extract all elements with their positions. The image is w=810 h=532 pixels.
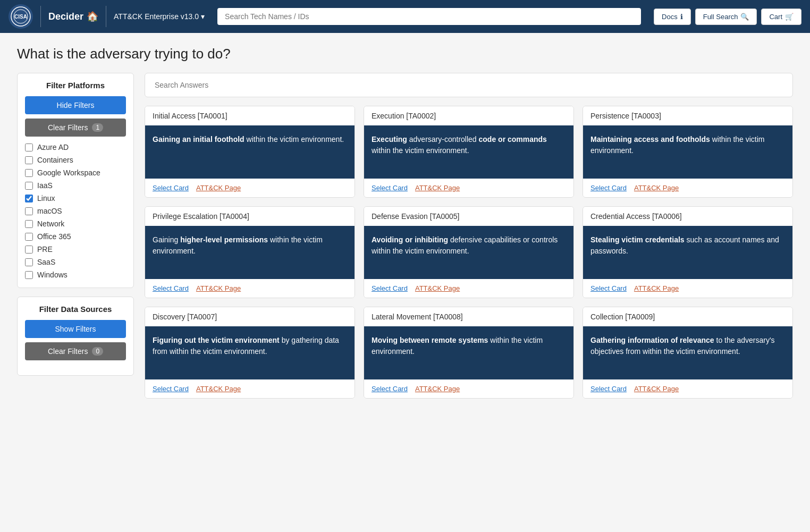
platform-checkbox-google-workspace[interactable]	[25, 169, 33, 177]
docs-button[interactable]: Docs ℹ	[654, 9, 691, 25]
tactic-card-ta0001: Initial Access [TA0001] Gaining an initi…	[145, 106, 355, 198]
page-title: What is the adversary trying to do?	[17, 46, 793, 62]
card-header-ta0004: Privilege Escalation [TA0004]	[145, 207, 355, 226]
platform-checkbox-item-containers[interactable]: Containers	[25, 156, 126, 164]
platform-checkbox-item-windows[interactable]: Windows	[25, 271, 126, 279]
select-card-button-ta0001[interactable]: Select Card	[153, 184, 189, 192]
search-answers-container	[145, 73, 793, 97]
card-header-ta0009: Collection [TA0009]	[583, 307, 792, 326]
svg-text:CISA: CISA	[14, 14, 27, 20]
card-header-ta0001: Initial Access [TA0001]	[145, 106, 355, 125]
platform-checkbox-iaas[interactable]	[25, 182, 33, 190]
hide-filters-button[interactable]: Hide Filters	[25, 96, 126, 114]
search-input[interactable]	[217, 8, 641, 25]
attck-page-link-ta0007[interactable]: ATT&CK Page	[196, 385, 241, 393]
platform-checkbox-linux[interactable]	[25, 195, 33, 202]
info-icon: ℹ	[680, 13, 683, 21]
home-icon[interactable]: 🏠	[87, 11, 98, 22]
platform-label-containers: Containers	[37, 156, 73, 164]
select-card-button-ta0004[interactable]: Select Card	[153, 284, 189, 292]
platform-checkbox-azure-ad[interactable]	[25, 143, 33, 151]
platform-label-google-workspace: Google Workspace	[37, 168, 100, 177]
card-footer-ta0006: Select Card ATT&CK Page	[583, 279, 792, 298]
platform-checkbox-network[interactable]	[25, 220, 33, 228]
search-answers-input[interactable]	[155, 81, 783, 89]
clear-filters-badge: 1	[92, 123, 103, 132]
attck-page-link-ta0002[interactable]: ATT&CK Page	[415, 184, 460, 192]
platform-checkbox-containers[interactable]	[25, 156, 33, 164]
platform-checkbox-item-network[interactable]: Network	[25, 219, 126, 228]
attck-page-link-ta0008[interactable]: ATT&CK Page	[415, 385, 460, 393]
platform-checkbox-item-linux[interactable]: Linux	[25, 194, 126, 202]
clear-datasources-badge: 0	[92, 347, 103, 356]
select-card-button-ta0008[interactable]: Select Card	[372, 385, 408, 393]
card-footer-ta0007: Select Card ATT&CK Page	[145, 379, 355, 398]
page: What is the adversary trying to do? Filt…	[0, 33, 810, 411]
tactic-card-ta0004: Privilege Escalation [TA0004] Gaining hi…	[145, 206, 355, 298]
card-footer-ta0002: Select Card ATT&CK Page	[364, 179, 573, 197]
platform-checkbox-office365[interactable]	[25, 233, 33, 241]
platform-checkbox-item-saas[interactable]: SaaS	[25, 258, 126, 266]
cart-button[interactable]: Cart 🛒	[761, 9, 801, 25]
datasource-filter-section: Filter Data Sources Show Filters Clear F…	[17, 297, 134, 376]
tactic-card-ta0007: Discovery [TA0007] Figuring out the vict…	[145, 307, 355, 399]
card-body-ta0009: Gathering information of relevance to th…	[583, 326, 792, 379]
clear-datasources-label: Clear Filters	[48, 347, 88, 356]
search-container	[217, 8, 641, 25]
platform-checkbox-windows[interactable]	[25, 271, 33, 279]
tactic-card-ta0008: Lateral Movement [TA0008] Moving between…	[364, 307, 574, 399]
card-footer-ta0004: Select Card ATT&CK Page	[145, 279, 355, 298]
select-card-button-ta0002[interactable]: Select Card	[372, 184, 408, 192]
platform-checkbox-item-google-workspace[interactable]: Google Workspace	[25, 168, 126, 177]
platform-checkbox-macos[interactable]	[25, 207, 33, 215]
cards-grid: Initial Access [TA0001] Gaining an initi…	[145, 106, 793, 399]
version-label: ATT&CK Enterprise v13.0	[114, 12, 199, 21]
cart-label: Cart	[769, 13, 782, 21]
full-search-button[interactable]: Full Search 🔍	[695, 9, 757, 25]
docs-label: Docs	[662, 13, 678, 21]
attck-page-link-ta0005[interactable]: ATT&CK Page	[415, 284, 460, 292]
select-card-button-ta0003[interactable]: Select Card	[590, 184, 627, 192]
card-footer-ta0008: Select Card ATT&CK Page	[364, 379, 573, 398]
attck-page-link-ta0006[interactable]: ATT&CK Page	[634, 284, 679, 292]
platform-label-network: Network	[37, 219, 64, 228]
clear-platform-filters-button[interactable]: Clear Filters 1	[25, 119, 126, 137]
platform-checkbox-item-office365[interactable]: Office 365	[25, 232, 126, 241]
clear-datasource-filters-button[interactable]: Clear Filters 0	[25, 342, 126, 360]
card-header-ta0005: Defense Evasion [TA0005]	[364, 207, 573, 226]
card-body-ta0004: Gaining higher-level permissions within …	[145, 226, 355, 279]
attck-page-link-ta0009[interactable]: ATT&CK Page	[634, 385, 679, 393]
card-header-ta0003: Persistence [TA0003]	[583, 106, 792, 125]
platform-checkbox-item-azure-ad[interactable]: Azure AD	[25, 143, 126, 151]
platform-checkbox-item-pre[interactable]: PRE	[25, 245, 126, 254]
clear-filters-label: Clear Filters	[48, 123, 88, 132]
header-divider-1	[40, 6, 41, 27]
full-search-label: Full Search	[703, 13, 738, 21]
version-selector[interactable]: ATT&CK Enterprise v13.0 ▾	[114, 12, 205, 21]
platform-label-linux: Linux	[37, 194, 55, 202]
brand[interactable]: Decider 🏠	[48, 11, 98, 22]
platform-checkbox-pre[interactable]	[25, 246, 33, 254]
card-header-ta0002: Execution [TA0002]	[364, 106, 573, 125]
platform-checkbox-item-iaas[interactable]: IaaS	[25, 181, 126, 190]
platform-checkbox-saas[interactable]	[25, 258, 33, 266]
datasources-title: Filter Data Sources	[25, 305, 126, 314]
platform-checkbox-item-macos[interactable]: macOS	[25, 207, 126, 215]
select-card-button-ta0009[interactable]: Select Card	[590, 385, 627, 393]
select-card-button-ta0005[interactable]: Select Card	[372, 284, 408, 292]
card-body-ta0001: Gaining an initial foothold within the v…	[145, 125, 355, 179]
select-card-button-ta0007[interactable]: Select Card	[153, 385, 189, 393]
platforms-title: Filter Platforms	[25, 81, 126, 90]
platform-label-azure-ad: Azure AD	[37, 143, 69, 151]
platform-label-macos: macOS	[37, 207, 62, 215]
select-card-button-ta0006[interactable]: Select Card	[590, 284, 627, 292]
card-body-ta0003: Maintaining access and footholds within …	[583, 125, 792, 179]
layout: Filter Platforms Hide Filters Clear Filt…	[17, 73, 793, 399]
platform-label-office365: Office 365	[37, 232, 71, 241]
show-datasource-filters-button[interactable]: Show Filters	[25, 320, 126, 338]
header-actions: Docs ℹ Full Search 🔍 Cart 🛒	[654, 9, 801, 25]
card-footer-ta0001: Select Card ATT&CK Page	[145, 179, 355, 197]
attck-page-link-ta0004[interactable]: ATT&CK Page	[196, 284, 241, 292]
attck-page-link-ta0001[interactable]: ATT&CK Page	[196, 184, 241, 192]
attck-page-link-ta0003[interactable]: ATT&CK Page	[634, 184, 679, 192]
